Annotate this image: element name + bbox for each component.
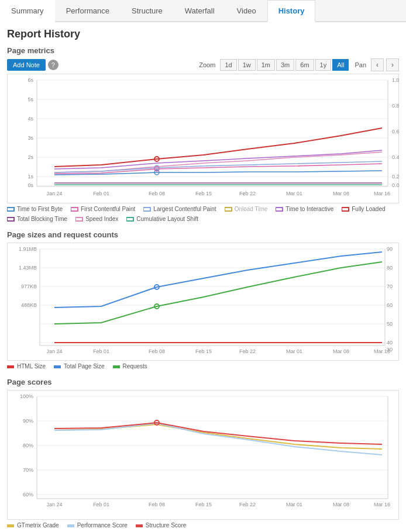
tab-bar: Summary Performance Structure Waterfall … — [0, 0, 406, 22]
scores-chart: 100% 90% 80% 70% 60% Jan 24 Feb 01 Feb 0… — [7, 390, 399, 520]
svg-text:Feb 08: Feb 08 — [149, 191, 165, 196]
svg-rect-101 — [136, 524, 143, 527]
legend-total-blocking-time: Total Blocking Time — [7, 216, 67, 222]
svg-text:Mar 08: Mar 08 — [333, 191, 349, 196]
sizes-section-title: Page sizes and request counts — [7, 230, 399, 239]
metrics-section: Page metrics Add Note ? Zoom 1d 1w 1m 3m… — [7, 46, 399, 222]
svg-text:Mar 01: Mar 01 — [286, 191, 302, 196]
add-note-button[interactable]: Add Note — [7, 59, 46, 71]
help-button[interactable]: ? — [48, 60, 59, 70]
svg-rect-100 — [67, 524, 74, 527]
sizes-chart: 1.91MB 1.43MB 977KB 488KB 90 80 70 60 50… — [7, 243, 399, 361]
svg-text:Jan 24: Jan 24 — [46, 191, 62, 196]
scores-legend: GTmetrix Grade Performance Score Structu… — [7, 522, 399, 528]
tab-waterfall[interactable]: Waterfall — [174, 0, 226, 22]
svg-text:1.0: 1.0 — [392, 77, 400, 83]
svg-text:1.43MB: 1.43MB — [19, 265, 37, 271]
svg-text:3s: 3s — [27, 135, 33, 141]
svg-text:Feb 01: Feb 01 — [93, 502, 109, 507]
pan-label: Pan — [355, 61, 366, 68]
legend-speed-index: Speed Index — [75, 216, 118, 222]
svg-text:Mar 16: Mar 16 — [374, 348, 390, 354]
zoom-1m[interactable]: 1m — [257, 59, 275, 71]
svg-rect-35 — [7, 208, 14, 211]
svg-rect-76 — [113, 365, 120, 368]
svg-text:Jan 24: Jan 24 — [46, 502, 62, 507]
zoom-3m[interactable]: 3m — [276, 59, 294, 71]
zoom-all[interactable]: All — [332, 59, 349, 71]
svg-text:Mar 16: Mar 16 — [374, 191, 390, 196]
svg-rect-42 — [75, 217, 82, 221]
svg-text:40: 40 — [387, 340, 393, 346]
svg-text:5s: 5s — [27, 96, 33, 102]
svg-text:Mar 08: Mar 08 — [333, 502, 349, 507]
svg-text:2s: 2s — [27, 154, 33, 160]
pan-left-button[interactable]: ‹ — [371, 58, 384, 71]
svg-text:Feb 22: Feb 22 — [239, 191, 256, 196]
svg-rect-41 — [7, 217, 14, 221]
svg-text:Feb 15: Feb 15 — [195, 191, 212, 196]
legend-gtmetrix-grade: GTmetrix Grade — [7, 522, 59, 528]
svg-text:Mar 01: Mar 01 — [286, 348, 302, 354]
svg-text:0s: 0s — [27, 182, 33, 188]
svg-text:100%: 100% — [20, 393, 33, 399]
zoom-1y[interactable]: 1y — [315, 59, 332, 71]
zoom-6m[interactable]: 6m — [295, 59, 314, 71]
tab-history[interactable]: History — [267, 0, 316, 22]
svg-text:Mar 16: Mar 16 — [374, 502, 390, 507]
svg-text:70: 70 — [387, 284, 393, 289]
zoom-1w[interactable]: 1w — [238, 59, 256, 71]
svg-text:90%: 90% — [23, 418, 33, 424]
svg-text:Feb 01: Feb 01 — [93, 348, 109, 354]
metrics-chart: 6s 5s 4s 3s 2s 1s 0s 1.0 0.8 0.6 0.4 0.2… — [7, 74, 399, 203]
svg-rect-75 — [54, 365, 61, 368]
svg-text:1.91MB: 1.91MB — [19, 246, 37, 252]
tab-performance[interactable]: Performance — [55, 0, 121, 22]
tab-summary[interactable]: Summary — [0, 0, 55, 22]
svg-rect-37 — [143, 208, 150, 211]
svg-text:6s: 6s — [27, 77, 33, 83]
svg-rect-99 — [7, 524, 14, 527]
svg-text:1s: 1s — [27, 174, 33, 179]
metrics-section-title: Page metrics — [7, 46, 399, 55]
svg-text:Mar 08: Mar 08 — [333, 348, 349, 354]
zoom-buttons: 1d 1w 1m 3m 6m 1y All — [220, 59, 349, 71]
chart-toolbar: Add Note ? Zoom 1d 1w 1m 3m 6m 1y All Pa… — [7, 58, 399, 71]
svg-text:80: 80 — [387, 265, 393, 271]
svg-rect-74 — [7, 365, 14, 368]
svg-text:Mar 01: Mar 01 — [286, 502, 302, 507]
svg-text:60: 60 — [387, 302, 393, 308]
svg-text:Feb 08: Feb 08 — [149, 348, 165, 354]
svg-text:60%: 60% — [23, 492, 33, 498]
svg-text:70%: 70% — [23, 467, 33, 473]
svg-text:4s: 4s — [27, 116, 33, 122]
svg-text:0.0: 0.0 — [392, 182, 400, 188]
legend-total-page-size: Total Page Size — [54, 363, 105, 369]
tab-structure[interactable]: Structure — [121, 0, 174, 22]
svg-text:Feb 22: Feb 22 — [239, 348, 256, 354]
sizes-legend: HTML Size Total Page Size Requests — [7, 363, 399, 369]
svg-text:977KB: 977KB — [21, 284, 37, 289]
legend-fully-loaded: Fully Loaded — [342, 206, 385, 212]
main-content: Report History Page metrics Add Note ? Z… — [0, 22, 406, 532]
svg-text:Feb 22: Feb 22 — [239, 502, 256, 507]
legend-time-to-first-byte: Time to First Byte — [7, 206, 63, 212]
svg-rect-36 — [71, 208, 78, 211]
svg-text:0.6: 0.6 — [392, 129, 400, 134]
legend-first-contentful-paint: First Contentful Paint — [71, 206, 135, 212]
svg-text:Feb 08: Feb 08 — [149, 502, 165, 507]
legend-requests: Requests — [113, 363, 147, 369]
tab-video[interactable]: Video — [226, 0, 267, 22]
pan-right-button[interactable]: › — [386, 58, 399, 71]
legend-performance-score: Performance Score — [67, 522, 128, 528]
zoom-1d[interactable]: 1d — [220, 59, 236, 71]
sizes-section: Page sizes and request counts 1.91MB 1.4… — [7, 230, 399, 369]
legend-cumulative-layout-shift: Cumulative Layout Shift — [126, 216, 198, 222]
legend-largest-contentful-paint: Largest Contentful Paint — [143, 206, 216, 212]
svg-text:0.8: 0.8 — [392, 103, 400, 109]
svg-text:Feb 15: Feb 15 — [195, 348, 212, 354]
svg-text:Feb 15: Feb 15 — [195, 502, 212, 507]
svg-rect-40 — [342, 208, 349, 211]
metrics-legend: Time to First Byte First Contentful Pain… — [7, 206, 399, 222]
zoom-label: Zoom — [199, 61, 215, 68]
